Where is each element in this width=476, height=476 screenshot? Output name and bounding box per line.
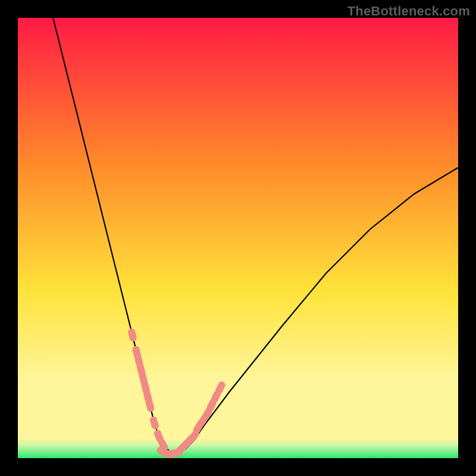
plot-area <box>18 18 458 458</box>
plot-svg <box>18 18 458 458</box>
attribution-text: TheBottleneck.com <box>347 4 470 19</box>
chart-frame: TheBottleneck.com <box>0 0 476 476</box>
gradient-bg <box>18 18 458 458</box>
